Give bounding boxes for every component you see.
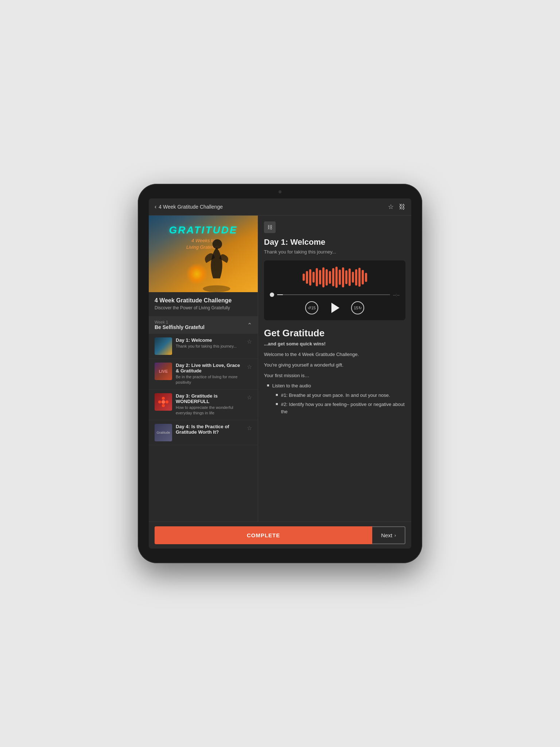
bottom-bar: COMPLETE Next ›	[149, 522, 411, 549]
lesson-content-4: Day 4: Is the Practice of Gratitude Wort…	[176, 424, 243, 436]
waveform-bar	[332, 268, 334, 286]
lesson-title-2: Day 2: Live with Love, Grace & Gratitude	[176, 363, 243, 374]
waveform-bar	[342, 267, 344, 287]
svg-point-1	[212, 239, 222, 249]
lesson-content-2: Day 2: Live with Love, Grace & Gratitude…	[176, 363, 243, 386]
star-icon[interactable]: ☆	[388, 203, 394, 211]
back-icon[interactable]: ‹	[155, 204, 156, 210]
waveform-bar	[339, 270, 341, 285]
svg-point-4	[166, 400, 168, 403]
lesson-thumbnail-3	[155, 393, 172, 411]
waveform-bar	[312, 272, 315, 283]
bullet-dot-1: ■	[276, 392, 278, 399]
next-chevron-icon: ›	[394, 533, 396, 538]
lesson-star-3[interactable]: ☆	[247, 394, 252, 401]
lesson-list: Day 1: Welcome Thank you for taking this…	[149, 334, 258, 445]
tablet-camera	[279, 190, 281, 193]
next-label: Next	[381, 532, 392, 538]
lesson-star-2[interactable]: ☆	[247, 363, 252, 370]
progress-dot	[270, 293, 274, 297]
lesson-thumbnail-1	[155, 337, 172, 355]
svg-point-5	[162, 404, 165, 407]
header-right: ☆ ⛓	[388, 203, 405, 211]
next-button[interactable]: Next ›	[372, 526, 405, 544]
waveform-bar	[355, 269, 357, 286]
waveform-bar	[303, 274, 305, 281]
body-text-1: Welcome to the 4 Week Gratitude Challeng…	[264, 351, 405, 359]
week-section: Week 1 Be Selfishly Grateful ⌃ Day 1: We…	[149, 316, 258, 445]
lesson-title-1: Day 1: Welcome	[176, 337, 243, 343]
week-header[interactable]: Week 1 Be Selfishly Grateful ⌃	[149, 316, 258, 334]
forward-icon: 15↻	[351, 301, 364, 314]
waveform-bar	[362, 270, 364, 285]
bullet-dot: ■	[267, 383, 269, 390]
bullet-item-main: ■ Listen to the audio	[267, 382, 405, 390]
svg-point-3	[162, 397, 165, 400]
waveform-bar	[349, 268, 351, 286]
lesson-item[interactable]: Gratitude Day 4: Is the Practice of Grat…	[149, 420, 258, 445]
week-name: Be Selfishly Grateful	[155, 324, 205, 330]
link-box-icon: ⛓	[267, 224, 272, 230]
course-title: 4 Week Gratitude Challenge	[155, 297, 252, 304]
progress-row[interactable]: --:--	[270, 293, 400, 297]
lesson-star-1[interactable]: ☆	[247, 338, 252, 345]
course-info: 4 Week Gratitude Challenge Discover the …	[149, 292, 258, 313]
day-title: Day 1: Welcome	[264, 237, 405, 247]
bullet-dot-2: ■	[276, 402, 278, 415]
waveform-bar	[322, 267, 324, 287]
body-text-2: You're giving yourself a wonderful gift.	[264, 361, 405, 369]
progress-bar[interactable]	[277, 294, 390, 295]
lesson-item[interactable]: LIVE Day 2: Live with Love, Grace & Grat…	[149, 359, 258, 390]
tablet-screen: ‹ 4 Week Gratitude Challenge ☆ ⛓ GRATITU…	[149, 198, 411, 549]
waveform	[270, 266, 400, 288]
waveform-bar	[329, 271, 331, 284]
flower-icon	[158, 396, 169, 407]
svg-point-6	[158, 400, 161, 403]
rewind-button[interactable]: ↺15	[305, 301, 318, 314]
lesson-thumbnail-4: Gratitude	[155, 424, 172, 441]
forward-button[interactable]: 15↻	[351, 301, 364, 314]
waveform-bar	[352, 272, 354, 283]
svg-point-0	[203, 285, 230, 292]
section-title: Get Gratitude	[264, 328, 405, 339]
lesson-item[interactable]: Day 3: Gratitude is WONDERFULL How to ap…	[149, 390, 258, 420]
lesson-content-3: Day 3: Gratitude is WONDERFULL How to ap…	[176, 393, 243, 416]
waveform-bar	[365, 273, 367, 282]
waveform-bar	[316, 268, 318, 286]
course-subtitle: Discover the Power of Living Gratefully	[155, 305, 252, 310]
lesson-desc-2: Be in the practice of living for more po…	[176, 374, 243, 386]
player-controls: ↺15 15↻	[270, 301, 400, 314]
tablet-shell: ‹ 4 Week Gratitude Challenge ☆ ⛓ GRATITU…	[138, 184, 422, 563]
body-text-3: Your first mission is…	[264, 372, 405, 380]
complete-button[interactable]: COMPLETE	[155, 526, 372, 544]
waveform-bar	[358, 268, 361, 287]
bullet-item-1: ■ #1: Breathe at your own pace. In and o…	[276, 392, 405, 399]
lesson-title-3: Day 3: Gratitude is WONDERFULL	[176, 393, 243, 404]
audio-player: --:-- ↺15 15↻	[264, 260, 405, 320]
waveform-bar	[335, 267, 338, 288]
rewind-icon: ↺15	[305, 301, 318, 314]
header-left: ‹ 4 Week Gratitude Challenge	[155, 204, 223, 210]
link-icon-box[interactable]: ⛓	[264, 221, 276, 233]
lesson-thumbnail-2: LIVE	[155, 363, 172, 380]
day-subtitle: Thank you for taking this journey...	[264, 249, 405, 255]
play-icon	[331, 303, 339, 313]
bullet-text-main: Listen to the audio	[272, 382, 311, 390]
waveform-bar	[306, 271, 308, 284]
svg-point-2	[162, 400, 165, 404]
chevron-up-icon: ⌃	[247, 322, 252, 329]
waveform-bar	[309, 269, 311, 286]
link-icon[interactable]: ⛓	[399, 203, 405, 211]
waveform-bar	[326, 269, 328, 286]
play-button[interactable]	[330, 303, 339, 313]
lesson-item[interactable]: Day 1: Welcome Thank you for taking this…	[149, 334, 258, 359]
header: ‹ 4 Week Gratitude Challenge ☆ ⛓	[149, 198, 411, 216]
header-title: 4 Week Gratitude Challenge	[159, 204, 223, 210]
bullet-text-1: #1: Breathe at your own pace. In and out…	[281, 392, 390, 399]
section-tagline: ...and get some quick wins!	[264, 341, 405, 347]
bullet-list: ■ Listen to the audio ■ #1: Breathe at y…	[267, 382, 405, 415]
left-panel: GRATITUDE 4 Weeks toLiving Gratefully	[149, 216, 258, 522]
lesson-star-4[interactable]: ☆	[247, 425, 252, 431]
week-header-text: Week 1 Be Selfishly Grateful	[155, 320, 205, 330]
lesson-desc-3: How to appreciate the wonderful everyday…	[176, 405, 243, 416]
